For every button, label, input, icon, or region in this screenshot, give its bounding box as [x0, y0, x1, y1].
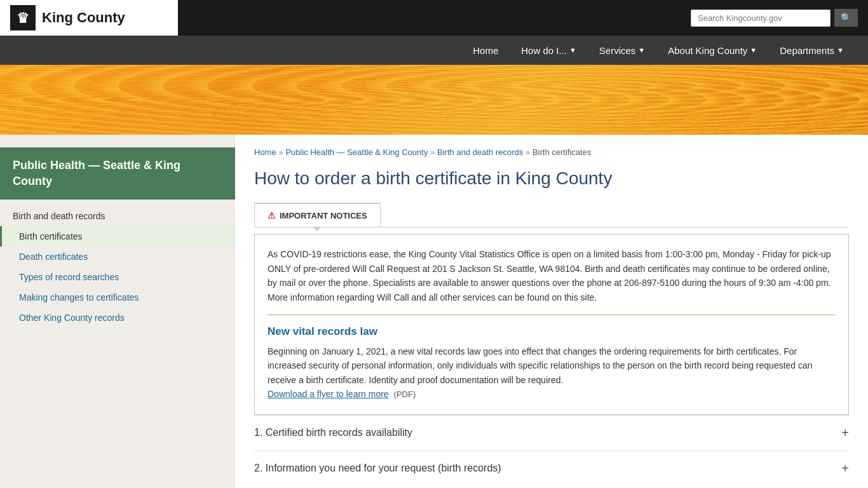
svg-text:♛: ♛ [17, 10, 29, 26]
nav-home[interactable]: Home [461, 36, 510, 65]
accordion-item-1[interactable]: 1. Certified birth records availability … [254, 415, 849, 451]
nav-departments[interactable]: Departments ▼ [768, 36, 855, 65]
accordion-expand-icon-2: + [841, 461, 849, 476]
breadcrumb: Home » Public Health — Seattle & King Co… [254, 147, 849, 157]
breadcrumb-sep-3: » [526, 148, 530, 157]
accordion-item-2[interactable]: 2. Information you need for your request… [254, 451, 849, 486]
nav-services[interactable]: Services ▼ [588, 36, 656, 65]
sidebar-item-death-certificates[interactable]: Death certificates [0, 247, 235, 267]
search-icon: 🔍 [841, 13, 851, 23]
notice-box: As COVID-19 restrictions ease, the King … [254, 234, 849, 415]
tab-important-notices[interactable]: ⚠ IMPORTANT NOTICES [254, 203, 381, 227]
tab-label: IMPORTANT NOTICES [280, 211, 367, 220]
notice-link-suffix: (PDF) [394, 390, 416, 399]
accordion-expand-icon-1: + [841, 426, 849, 440]
tab-bar: ⚠ IMPORTANT NOTICES [254, 203, 849, 227]
accordion-label-1: 1. Certified birth records availability [254, 427, 412, 438]
sidebar: Public Health — Seattle & King County Bi… [0, 135, 235, 488]
chevron-down-icon: ▼ [837, 46, 844, 54]
notice-subtitle: New vital records law [268, 325, 836, 338]
sidebar-item-making-changes[interactable]: Making changes to certificates [0, 287, 235, 308]
accordion-label-2: 2. Information you need for your request… [254, 463, 501, 474]
sidebar-section-birth-death[interactable]: Birth and death records [0, 206, 235, 226]
sidebar-item-birth-certificates[interactable]: Birth certificates [0, 226, 235, 247]
covid-notice-text: As COVID-19 restrictions ease, the King … [268, 247, 836, 304]
breadcrumb-sep-2: » [430, 148, 435, 157]
search-button[interactable]: 🔍 [834, 9, 858, 27]
chevron-down-icon: ▼ [750, 46, 757, 54]
search-input[interactable] [691, 10, 831, 27]
breadcrumb-sep-1: » [279, 148, 283, 157]
download-flyer-link[interactable]: Download a flyer to learn more [268, 389, 389, 399]
chevron-down-icon: ▼ [638, 46, 645, 54]
page-title: How to order a birth certificate in King… [254, 167, 849, 190]
notice-divider [268, 315, 836, 315]
logo-text: King County [42, 10, 125, 26]
logo-area[interactable]: ♛ King County [0, 0, 178, 36]
sidebar-title: Public Health — Seattle & King County [0, 147, 235, 200]
nav-about[interactable]: About King County ▼ [656, 36, 768, 65]
breadcrumb-current: Birth certificates [532, 147, 591, 157]
main-nav: Home How do I... ▼ Services ▼ About King… [0, 36, 868, 65]
warning-icon: ⚠ [268, 210, 276, 220]
nav-how-do-i[interactable]: How do I... ▼ [510, 36, 588, 65]
breadcrumb-home[interactable]: Home [254, 147, 276, 157]
notice-body: Beginning on January 1, 2021, a new vita… [268, 344, 836, 402]
breadcrumb-birth-death[interactable]: Birth and death records [437, 147, 523, 157]
sidebar-item-record-searches[interactable]: Types of record searches [0, 267, 235, 287]
sidebar-item-other-records[interactable]: Other King County records [0, 308, 235, 328]
main-content: Home » Public Health — Seattle & King Co… [235, 135, 868, 488]
chevron-down-icon: ▼ [569, 46, 576, 54]
king-county-logo-icon: ♛ [10, 5, 36, 30]
breadcrumb-public-health[interactable]: Public Health — Seattle & King County [285, 147, 428, 157]
hero-image [0, 65, 868, 135]
